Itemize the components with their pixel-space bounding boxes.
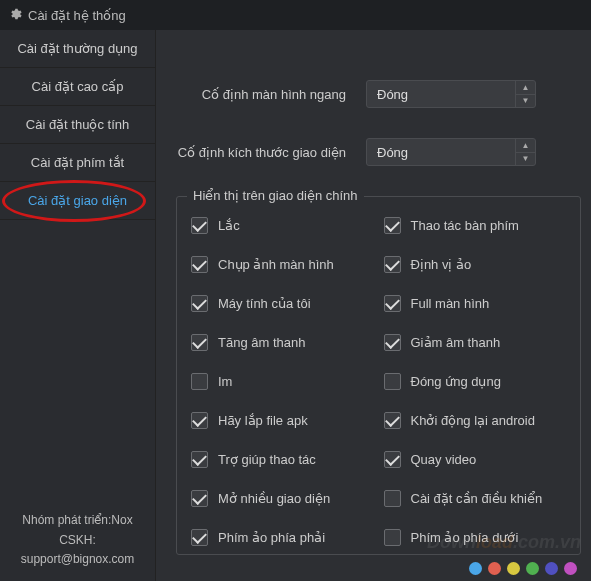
spinner-icon: ▲ ▼: [515, 139, 535, 165]
dropdown-fix-size[interactable]: Đóng ▲ ▼: [366, 138, 536, 166]
sidebar-item-advanced[interactable]: Cài đặt cao cấp: [0, 68, 155, 106]
checkbox-label: Lắc: [218, 218, 240, 233]
color-dot: [545, 562, 558, 575]
chevron-up-icon[interactable]: ▲: [516, 81, 535, 95]
checkbox-item[interactable]: Tăng âm thanh: [191, 334, 380, 351]
checkbox-label: Khởi động lại android: [411, 413, 535, 428]
setting-label: Cố định kích thước giao diện: [176, 145, 366, 160]
titlebar-title: Cài đặt hệ thống: [28, 8, 126, 23]
checkbox-label: Chụp ảnh màn hình: [218, 257, 334, 272]
checkbox-label: Phím ảo phía dưới: [411, 530, 519, 545]
checkbox-item[interactable]: Giảm âm thanh: [384, 334, 573, 351]
checkbox-label: Hãy lắp file apk: [218, 413, 308, 428]
checkbox-box[interactable]: [191, 217, 208, 234]
checkbox-item[interactable]: Lắc: [191, 217, 380, 234]
setting-label: Cố định màn hình ngang: [176, 87, 366, 102]
color-dot: [469, 562, 482, 575]
checkbox-item[interactable]: Im: [191, 373, 380, 390]
checkbox-box[interactable]: [191, 334, 208, 351]
gear-icon: [8, 7, 22, 24]
checkbox-item[interactable]: Thao tác bàn phím: [384, 217, 573, 234]
groupbox-title: Hiển thị trên giao diện chính: [187, 188, 364, 203]
footer-line1: Nhóm phát triển:Nox: [8, 511, 147, 530]
color-dots: [469, 562, 577, 575]
checkbox-box[interactable]: [384, 256, 401, 273]
footer-line3: support@bignox.com: [8, 550, 147, 569]
checkbox-label: Mở nhiều giao diện: [218, 491, 330, 506]
setting-fix-landscape: Cố định màn hình ngang Đóng ▲ ▼: [176, 80, 581, 108]
footer-line2: CSKH:: [8, 531, 147, 550]
checkbox-label: Định vị ảo: [411, 257, 472, 272]
checkbox-label: Im: [218, 374, 232, 389]
checkbox-item[interactable]: Khởi động lại android: [384, 412, 573, 429]
dropdown-fix-landscape[interactable]: Đóng ▲ ▼: [366, 80, 536, 108]
sidebar-item-common[interactable]: Cài đặt thường dụng: [0, 30, 155, 68]
dropdown-value: Đóng: [377, 145, 408, 160]
checkbox-label: Cài đặt cần điều khiển: [411, 491, 543, 506]
checkbox-box[interactable]: [191, 256, 208, 273]
checkbox-item[interactable]: Cài đặt cần điều khiển: [384, 490, 573, 507]
checkbox-item[interactable]: Quay video: [384, 451, 573, 468]
checkbox-item[interactable]: Hãy lắp file apk: [191, 412, 380, 429]
checkbox-label: Quay video: [411, 452, 477, 467]
color-dot: [564, 562, 577, 575]
sidebar-item-properties[interactable]: Cài đặt thuộc tính: [0, 106, 155, 144]
checkbox-label: Phím ảo phía phải: [218, 530, 325, 545]
checkbox-item[interactable]: Phím ảo phía dưới: [384, 529, 573, 546]
color-dot: [488, 562, 501, 575]
checkbox-box[interactable]: [384, 529, 401, 546]
chevron-down-icon[interactable]: ▼: [516, 95, 535, 108]
sidebar: Cài đặt thường dụng Cài đặt cao cấp Cài …: [0, 30, 156, 581]
checkbox-item[interactable]: Full màn hình: [384, 295, 573, 312]
checkbox-label: Trợ giúp thao tác: [218, 452, 316, 467]
sidebar-item-shortcuts[interactable]: Cài đặt phím tắt: [0, 144, 155, 182]
checkbox-label: Giảm âm thanh: [411, 335, 501, 350]
checkbox-box[interactable]: [191, 373, 208, 390]
checkbox-box[interactable]: [384, 334, 401, 351]
checkbox-item[interactable]: Mở nhiều giao diện: [191, 490, 380, 507]
content-panel: Cố định màn hình ngang Đóng ▲ ▼ Cố định …: [156, 30, 591, 581]
color-dot: [507, 562, 520, 575]
checkbox-item[interactable]: Trợ giúp thao tác: [191, 451, 380, 468]
checkbox-label: Thao tác bàn phím: [411, 218, 519, 233]
chevron-down-icon[interactable]: ▼: [516, 153, 535, 166]
checkbox-box[interactable]: [384, 490, 401, 507]
checkbox-item[interactable]: Phím ảo phía phải: [191, 529, 380, 546]
color-dot: [526, 562, 539, 575]
checkbox-item[interactable]: Máy tính của tôi: [191, 295, 380, 312]
titlebar: Cài đặt hệ thống: [0, 0, 591, 30]
checkbox-box[interactable]: [384, 412, 401, 429]
checkbox-item[interactable]: Đóng ứng dụng: [384, 373, 573, 390]
checkbox-box[interactable]: [191, 529, 208, 546]
groupbox-display: Hiển thị trên giao diện chính LắcThao tá…: [176, 196, 581, 555]
checkbox-box[interactable]: [384, 217, 401, 234]
checkbox-label: Đóng ứng dụng: [411, 374, 501, 389]
checkbox-label: Máy tính của tôi: [218, 296, 311, 311]
checkbox-box[interactable]: [384, 295, 401, 312]
checkbox-box[interactable]: [191, 412, 208, 429]
chevron-up-icon[interactable]: ▲: [516, 139, 535, 153]
sidebar-footer: Nhóm phát triển:Nox CSKH: support@bignox…: [0, 501, 155, 581]
checkbox-box[interactable]: [191, 451, 208, 468]
checkbox-label: Full màn hình: [411, 296, 490, 311]
checkbox-box[interactable]: [384, 373, 401, 390]
checkbox-grid: LắcThao tác bàn phímChụp ảnh màn hìnhĐịn…: [191, 217, 572, 546]
checkbox-box[interactable]: [384, 451, 401, 468]
sidebar-item-interface[interactable]: Cài đặt giao diện: [0, 182, 155, 220]
checkbox-box[interactable]: [191, 490, 208, 507]
spinner-icon: ▲ ▼: [515, 81, 535, 107]
setting-fix-size: Cố định kích thước giao diện Đóng ▲ ▼: [176, 138, 581, 166]
dropdown-value: Đóng: [377, 87, 408, 102]
checkbox-item[interactable]: Chụp ảnh màn hình: [191, 256, 380, 273]
checkbox-label: Tăng âm thanh: [218, 335, 305, 350]
checkbox-box[interactable]: [191, 295, 208, 312]
checkbox-item[interactable]: Định vị ảo: [384, 256, 573, 273]
